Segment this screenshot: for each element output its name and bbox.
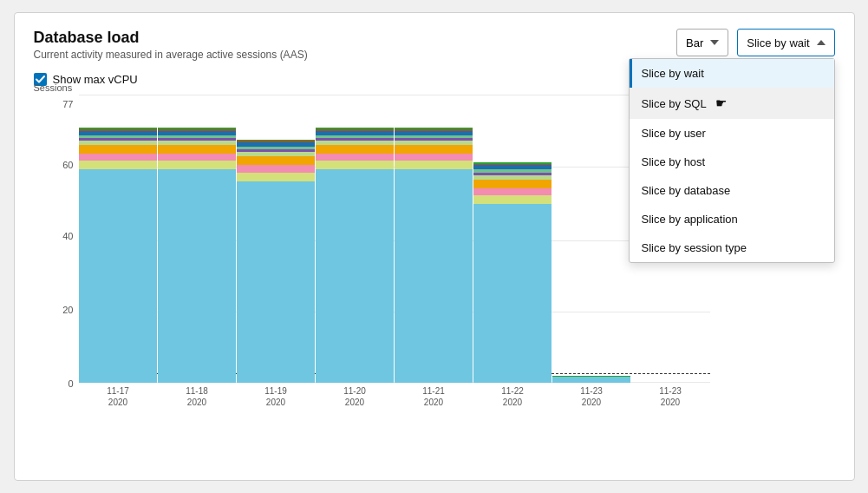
bar-segment bbox=[79, 154, 157, 161]
database-load-card: Database load Current activity measured … bbox=[14, 12, 855, 481]
bar-segment bbox=[158, 161, 236, 169]
bar-col bbox=[158, 95, 236, 383]
bar-segment bbox=[316, 161, 394, 169]
bar-segment bbox=[395, 169, 473, 383]
bar-col bbox=[395, 95, 473, 383]
bar-segment bbox=[395, 145, 473, 154]
bar-segment bbox=[158, 169, 236, 383]
bar-segment bbox=[316, 145, 394, 154]
bar-segment bbox=[237, 165, 315, 172]
x-tick: 11-232020 bbox=[552, 383, 631, 416]
x-tick-label: 11-192020 bbox=[264, 385, 287, 408]
x-tick: 11-192020 bbox=[237, 383, 316, 416]
bar-col bbox=[316, 95, 394, 383]
bar-segment bbox=[473, 188, 551, 195]
chart-type-chevron-down-icon bbox=[710, 40, 719, 45]
x-tick: 11-182020 bbox=[158, 383, 237, 416]
bar-col bbox=[473, 95, 551, 383]
slice-by-dropdown: Slice by waitSlice by SQL☛Slice by userS… bbox=[629, 58, 835, 263]
bar-segment bbox=[473, 180, 551, 188]
x-tick: 11-222020 bbox=[473, 383, 552, 416]
slice-by-chevron-up-icon bbox=[817, 40, 826, 45]
cursor-icon: ☛ bbox=[715, 95, 727, 111]
bar-segment bbox=[316, 154, 394, 161]
x-tick-label: 11-222020 bbox=[501, 385, 524, 408]
bar-segment bbox=[79, 145, 157, 154]
bar-segment bbox=[473, 195, 551, 204]
slice-by-label: Slice by wait bbox=[747, 36, 809, 49]
x-axis: 11-17202011-18202011-19202011-20202011-2… bbox=[79, 383, 710, 416]
dropdown-item-slice-by-sql[interactable]: Slice by SQL☛ bbox=[630, 88, 834, 119]
bar-segment bbox=[395, 161, 473, 169]
y-tick-20: 20 bbox=[62, 305, 73, 315]
bar-segment bbox=[158, 145, 236, 154]
x-tick-label: 11-232020 bbox=[580, 385, 603, 408]
bar-segment bbox=[237, 181, 315, 383]
chart-type-label: Bar bbox=[686, 36, 703, 49]
bar-segment bbox=[237, 156, 315, 165]
y-tick-60: 60 bbox=[62, 160, 73, 170]
x-tick-label: 11-212020 bbox=[422, 385, 445, 408]
x-tick-label: 11-182020 bbox=[186, 385, 208, 408]
bars-render bbox=[79, 95, 710, 383]
y-axis: Sessions 77 60 40 20 0 bbox=[34, 95, 79, 416]
y-tick-40: 40 bbox=[62, 231, 73, 241]
bar-col bbox=[552, 95, 630, 383]
bar-segment bbox=[158, 154, 236, 161]
chart-main: Max vCPU: 2 {"bars":[{"x":2,"transaction… bbox=[79, 95, 710, 416]
y-tick-77: 77 bbox=[62, 99, 73, 109]
bar-segment bbox=[237, 173, 315, 181]
bar-segment bbox=[79, 161, 157, 169]
bar-segment bbox=[316, 169, 394, 383]
dropdown-item-slice-by-wait[interactable]: Slice by wait bbox=[630, 59, 834, 88]
bar-segment bbox=[552, 377, 630, 383]
x-tick-label: 11-202020 bbox=[343, 385, 366, 408]
bar-segment bbox=[395, 154, 473, 161]
dropdown-item-slice-by-session-type[interactable]: Slice by session type bbox=[630, 233, 834, 262]
bar-segment bbox=[473, 204, 551, 383]
dropdown-item-slice-by-user[interactable]: Slice by user bbox=[630, 119, 834, 148]
chart-type-select[interactable]: Bar bbox=[676, 29, 728, 56]
bar-col bbox=[79, 95, 157, 383]
x-tick: 11-232020 bbox=[631, 383, 710, 416]
header-controls: Bar Slice by wait bbox=[676, 29, 834, 56]
y-tick-0: 0 bbox=[68, 378, 73, 389]
bar-segment bbox=[79, 169, 157, 383]
bar-col bbox=[237, 95, 315, 383]
y-axis-title: Sessions bbox=[34, 82, 73, 93]
x-tick: 11-212020 bbox=[395, 383, 473, 416]
slice-by-select[interactable]: Slice by wait bbox=[737, 29, 834, 56]
x-tick-label: 11-172020 bbox=[107, 385, 129, 408]
x-tick: 11-172020 bbox=[79, 383, 158, 416]
dropdown-item-slice-by-host[interactable]: Slice by host bbox=[630, 148, 834, 176]
dropdown-item-slice-by-application[interactable]: Slice by application bbox=[630, 205, 834, 233]
dropdown-item-slice-by-database[interactable]: Slice by database bbox=[630, 176, 834, 205]
x-tick: 11-202020 bbox=[316, 383, 395, 416]
x-tick-label: 11-232020 bbox=[659, 385, 682, 408]
